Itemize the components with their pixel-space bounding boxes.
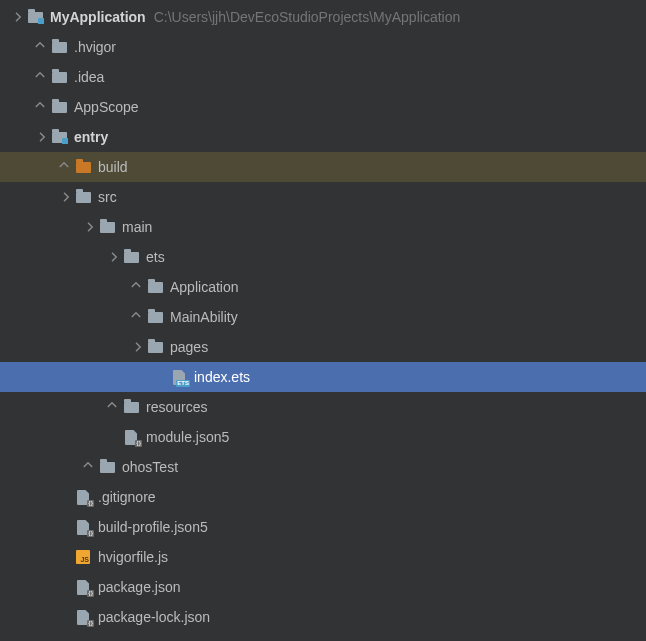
- chevron-right-icon[interactable]: [104, 399, 120, 415]
- tree-row-resources[interactable]: resources: [0, 392, 646, 422]
- folder-orange-icon: [74, 158, 92, 176]
- chevron-right-icon[interactable]: [56, 159, 72, 175]
- chevron-down-icon[interactable]: [128, 339, 144, 355]
- tree-item-label: .hvigor: [74, 39, 116, 55]
- tree-row-buildprofile[interactable]: {}build-profile.json5: [0, 512, 646, 542]
- tree-item-label: hvigorfile.js: [98, 549, 168, 565]
- file-json-icon: {}: [74, 578, 92, 596]
- tree-row-build[interactable]: build: [0, 152, 646, 182]
- chevron-right-icon[interactable]: [80, 459, 96, 475]
- tree-item-label: package.json: [98, 579, 181, 595]
- tree-row-idea[interactable]: .idea: [0, 62, 646, 92]
- tree-row-src[interactable]: src: [0, 182, 646, 212]
- arrow-spacer: [56, 519, 72, 535]
- tree-row-hvigor[interactable]: .hvigor: [0, 32, 646, 62]
- tree-item-label: MainAbility: [170, 309, 238, 325]
- tree-item-label: main: [122, 219, 152, 235]
- tree-item-label: src: [98, 189, 117, 205]
- chevron-down-icon[interactable]: [80, 219, 96, 235]
- arrow-spacer: [56, 549, 72, 565]
- tree-row-ohostest[interactable]: ohosTest: [0, 452, 646, 482]
- tree-item-label: AppScope: [74, 99, 139, 115]
- tree-item-label: .idea: [74, 69, 104, 85]
- tree-item-label: ohosTest: [122, 459, 178, 475]
- tree-item-label: resources: [146, 399, 207, 415]
- tree-item-label: index.ets: [194, 369, 250, 385]
- tree-row-packagejson[interactable]: {}package.json: [0, 572, 646, 602]
- tree-row-root[interactable]: MyApplicationC:\Users\jjh\DevEcoStudioPr…: [0, 2, 646, 32]
- tree-row-entry[interactable]: entry: [0, 122, 646, 152]
- folder-icon: [50, 38, 68, 56]
- file-json-icon: {}: [122, 428, 140, 446]
- chevron-down-icon[interactable]: [32, 129, 48, 145]
- arrow-spacer: [56, 609, 72, 625]
- arrow-spacer: [104, 429, 120, 445]
- folder-module-icon: [26, 8, 44, 26]
- folder-icon: [74, 188, 92, 206]
- folder-icon: [122, 248, 140, 266]
- tree-item-label: build-profile.json5: [98, 519, 208, 535]
- folder-icon: [122, 398, 140, 416]
- tree-row-application[interactable]: Application: [0, 272, 646, 302]
- arrow-spacer: [56, 579, 72, 595]
- file-json-icon: {}: [74, 608, 92, 626]
- project-path-hint: C:\Users\jjh\DevEcoStudioProjects\MyAppl…: [154, 9, 461, 25]
- tree-item-label: entry: [74, 129, 108, 145]
- folder-icon: [146, 338, 164, 356]
- tree-row-mainability[interactable]: MainAbility: [0, 302, 646, 332]
- file-json-icon: {}: [74, 488, 92, 506]
- tree-item-label: ets: [146, 249, 165, 265]
- tree-row-gitignore[interactable]: {}.gitignore: [0, 482, 646, 512]
- tree-item-label: Application: [170, 279, 239, 295]
- tree-row-main[interactable]: main: [0, 212, 646, 242]
- folder-icon: [146, 308, 164, 326]
- file-ets-icon: ETS: [170, 368, 188, 386]
- chevron-right-icon[interactable]: [128, 309, 144, 325]
- tree-item-label: .gitignore: [98, 489, 156, 505]
- tree-item-label: pages: [170, 339, 208, 355]
- project-tree: MyApplicationC:\Users\jjh\DevEcoStudioPr…: [0, 0, 646, 632]
- file-js-icon: JS: [74, 548, 92, 566]
- chevron-right-icon[interactable]: [32, 69, 48, 85]
- arrow-spacer: [152, 369, 168, 385]
- folder-icon: [50, 68, 68, 86]
- folder-icon: [146, 278, 164, 296]
- chevron-down-icon[interactable]: [104, 249, 120, 265]
- tree-item-label: package-lock.json: [98, 609, 210, 625]
- chevron-down-icon[interactable]: [8, 9, 24, 25]
- chevron-right-icon[interactable]: [32, 99, 48, 115]
- tree-row-hvigorfile[interactable]: JShvigorfile.js: [0, 542, 646, 572]
- chevron-right-icon[interactable]: [32, 39, 48, 55]
- chevron-right-icon[interactable]: [128, 279, 144, 295]
- tree-item-label: MyApplication: [50, 9, 146, 25]
- folder-icon: [98, 458, 116, 476]
- chevron-down-icon[interactable]: [56, 189, 72, 205]
- tree-row-appscope[interactable]: AppScope: [0, 92, 646, 122]
- tree-item-label: build: [98, 159, 128, 175]
- tree-row-ets[interactable]: ets: [0, 242, 646, 272]
- folder-icon: [98, 218, 116, 236]
- arrow-spacer: [56, 489, 72, 505]
- folder-icon: [50, 98, 68, 116]
- tree-row-indexets[interactable]: ETSindex.ets: [0, 362, 646, 392]
- tree-row-packagelock[interactable]: {}package-lock.json: [0, 602, 646, 632]
- folder-module-icon: [50, 128, 68, 146]
- tree-row-modulejson[interactable]: {}module.json5: [0, 422, 646, 452]
- file-json-icon: {}: [74, 518, 92, 536]
- tree-item-label: module.json5: [146, 429, 229, 445]
- tree-row-pages[interactable]: pages: [0, 332, 646, 362]
